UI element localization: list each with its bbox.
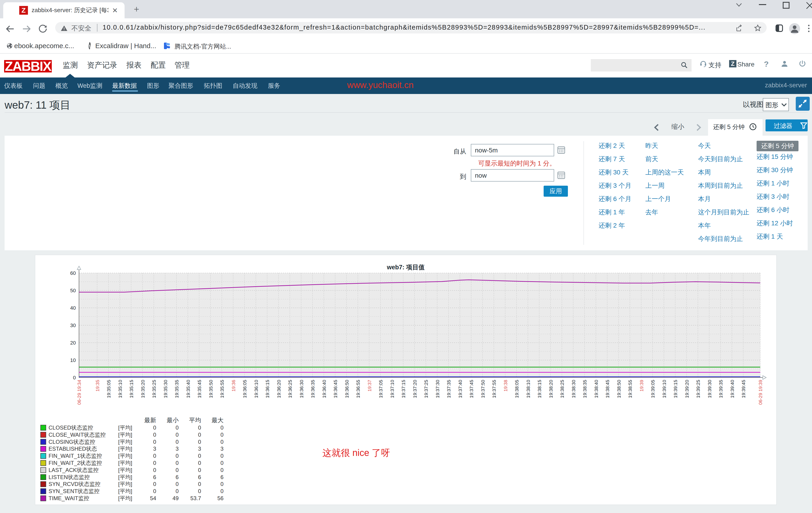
svg-text:0: 0 (221, 467, 224, 473)
svg-text:0: 0 (176, 481, 179, 487)
svg-text:0: 0 (176, 488, 179, 494)
svg-text:56: 56 (217, 495, 224, 501)
svg-text:web7: 项目值: web7: 项目值 (386, 264, 425, 271)
svg-text:[平均]: [平均] (118, 474, 132, 480)
svg-text:CLOSING状态监控: CLOSING状态监控 (49, 439, 95, 445)
svg-text:19:36:35: 19:36:35 (310, 380, 315, 398)
svg-text:FIN_WAIT_2状态监控: FIN_WAIT_2状态监控 (49, 460, 102, 466)
svg-text:19:36:40: 19:36:40 (322, 380, 327, 398)
svg-text:最新: 最新 (144, 417, 156, 424)
svg-text:[平均]: [平均] (118, 460, 132, 466)
svg-text:[平均]: [平均] (118, 432, 132, 438)
svg-text:06-29 19:34: 06-29 19:34 (77, 380, 82, 405)
svg-text:0: 0 (198, 439, 201, 445)
svg-text:[平均]: [平均] (118, 425, 132, 431)
svg-text:30: 30 (70, 323, 76, 328)
svg-text:19:36:05: 19:36:05 (242, 380, 247, 398)
svg-text:19:37:15: 19:37:15 (401, 380, 406, 398)
svg-text:0: 0 (153, 453, 156, 459)
svg-text:19:37:10: 19:37:10 (390, 380, 395, 398)
svg-text:SYN_SENT状态监控: SYN_SENT状态监控 (49, 488, 99, 494)
svg-text:SYN_RCVD状态监控: SYN_RCVD状态监控 (49, 481, 100, 487)
svg-text:19:36:50: 19:36:50 (344, 380, 349, 398)
svg-text:3: 3 (221, 446, 224, 452)
svg-text:19:38:55: 19:38:55 (628, 380, 633, 398)
svg-text:0: 0 (176, 439, 179, 445)
svg-text:19:37:25: 19:37:25 (424, 380, 429, 398)
svg-text:54: 54 (150, 495, 156, 501)
svg-text:FIN_WAIT_1状态监控: FIN_WAIT_1状态监控 (49, 453, 102, 459)
svg-text:19:39:15: 19:39:15 (673, 380, 678, 398)
svg-text:0: 0 (221, 439, 224, 445)
svg-text:19:37:50: 19:37:50 (481, 380, 486, 398)
svg-text:19:35:15: 19:35:15 (129, 380, 134, 398)
svg-text:6: 6 (198, 474, 201, 480)
svg-text:[平均]: [平均] (118, 488, 132, 494)
svg-text:0: 0 (198, 425, 201, 431)
svg-text:LISTEN状态监控: LISTEN状态监控 (49, 474, 90, 480)
svg-text:0: 0 (176, 460, 179, 466)
svg-text:19:38:20: 19:38:20 (548, 380, 553, 398)
svg-text:49: 49 (172, 495, 179, 501)
svg-text:0: 0 (198, 481, 201, 487)
svg-text:19:35:50: 19:35:50 (208, 380, 213, 398)
svg-text:19:38:25: 19:38:25 (560, 380, 565, 398)
svg-text:0: 0 (153, 425, 156, 431)
svg-text:0: 0 (221, 432, 224, 438)
svg-text:19:36:55: 19:36:55 (356, 380, 361, 398)
svg-text:19:37: 19:37 (367, 380, 372, 392)
svg-text:19:35:20: 19:35:20 (140, 380, 145, 398)
svg-text:19:35:40: 19:35:40 (186, 380, 191, 398)
svg-text:19:38:10: 19:38:10 (526, 380, 531, 398)
svg-text:19:35:10: 19:35:10 (118, 380, 123, 398)
svg-text:19:38:40: 19:38:40 (594, 380, 599, 398)
svg-text:60: 60 (70, 270, 76, 276)
svg-text:0: 0 (221, 488, 224, 494)
svg-text:19:39:20: 19:39:20 (685, 380, 690, 398)
svg-text:0: 0 (221, 460, 224, 466)
svg-text:19:38:05: 19:38:05 (514, 380, 519, 398)
svg-text:[平均]: [平均] (118, 439, 132, 445)
svg-text:06-29 19:39: 06-29 19:39 (758, 380, 763, 405)
svg-text:19:35:30: 19:35:30 (163, 380, 168, 398)
svg-text:[平均]: [平均] (118, 481, 132, 487)
svg-text:19:35:55: 19:35:55 (220, 380, 225, 398)
svg-text:0: 0 (176, 432, 179, 438)
svg-text:19:38:50: 19:38:50 (616, 380, 621, 398)
svg-text:0: 0 (176, 453, 179, 459)
svg-text:0: 0 (153, 460, 156, 466)
svg-text:6: 6 (221, 474, 224, 480)
svg-text:19:36: 19:36 (231, 380, 236, 392)
svg-text:0: 0 (73, 375, 76, 380)
svg-text:19:37:40: 19:37:40 (458, 380, 463, 398)
svg-text:0: 0 (221, 425, 224, 431)
svg-text:19:38:35: 19:38:35 (582, 380, 587, 398)
svg-text:0: 0 (176, 467, 179, 473)
svg-text:19:35:25: 19:35:25 (152, 380, 156, 398)
svg-text:20: 20 (70, 340, 76, 346)
svg-text:平均: 平均 (189, 417, 201, 424)
svg-text:0: 0 (198, 467, 201, 473)
svg-text:0: 0 (221, 481, 224, 487)
svg-text:0: 0 (198, 432, 201, 438)
svg-text:0: 0 (153, 481, 156, 487)
svg-text:[平均]: [平均] (118, 467, 132, 473)
svg-text:0: 0 (153, 488, 156, 494)
svg-text:19:35:35: 19:35:35 (174, 380, 179, 398)
svg-text:19:39:05: 19:39:05 (650, 380, 656, 398)
svg-text:3: 3 (153, 446, 156, 452)
svg-text:19:38: 19:38 (503, 380, 508, 392)
svg-text:6: 6 (153, 474, 156, 480)
svg-text:19:37:35: 19:37:35 (446, 380, 451, 398)
svg-text:19:39:40: 19:39:40 (730, 380, 735, 398)
svg-text:19:38:30: 19:38:30 (571, 380, 576, 398)
svg-text:10: 10 (70, 357, 76, 363)
svg-text:19:36:30: 19:36:30 (299, 380, 304, 398)
svg-text:0: 0 (198, 453, 201, 459)
svg-text:[平均]: [平均] (118, 453, 132, 459)
svg-text:0: 0 (153, 439, 156, 445)
svg-text:40: 40 (70, 305, 76, 311)
svg-text:19:35:45: 19:35:45 (197, 380, 202, 398)
svg-text:19:37:45: 19:37:45 (469, 380, 474, 398)
svg-text:0: 0 (153, 432, 156, 438)
